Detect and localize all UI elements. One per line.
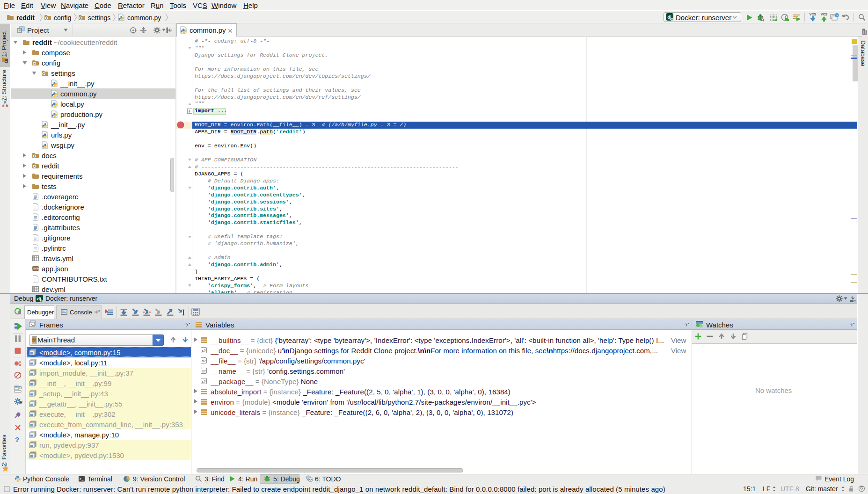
svg-text:s?: s? bbox=[202, 359, 206, 363]
svg-text:VCS: VCS bbox=[810, 13, 817, 16]
svg-text:dj: dj bbox=[667, 15, 671, 20]
svg-text:s?: s? bbox=[202, 369, 206, 373]
svg-text:s?: s? bbox=[202, 379, 206, 384]
svg-text:s?: s? bbox=[202, 349, 206, 353]
svg-text:VCS: VCS bbox=[821, 13, 828, 16]
svg-text:dj: dj bbox=[37, 296, 41, 301]
svg-text:JSON: JSON bbox=[32, 267, 39, 270]
